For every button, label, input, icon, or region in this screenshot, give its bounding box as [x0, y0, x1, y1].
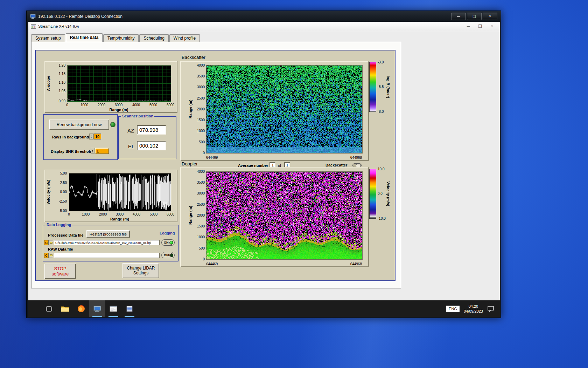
dp-cb-tick: -10.0 [378, 217, 386, 220]
rdp-taskbar-button[interactable] [89, 300, 105, 317]
document-app-icon [126, 305, 133, 312]
dp-ytick: 500 [194, 246, 205, 250]
vel-ytick: 0.00 [54, 190, 67, 194]
doppler-y-axis-label: Range (m) [188, 171, 193, 259]
rays-value-field[interactable]: 10 [93, 134, 101, 139]
change-lidar-settings-button[interactable]: Change LiDAR Settings [122, 263, 159, 278]
ascope-xtick: 2000 [96, 103, 107, 107]
tab-real-time-data[interactable]: Real time data [66, 33, 103, 42]
ascope-xtick: 4000 [130, 103, 142, 107]
stop-software-button[interactable]: STOP software [44, 264, 76, 279]
language-indicator[interactable]: ENG [446, 306, 460, 312]
vel-xtick: 4000 [131, 212, 142, 216]
clock-date: 04/09/2023 [464, 309, 483, 314]
tab-system-setup[interactable]: System setup [31, 34, 65, 42]
firefox-button[interactable] [73, 300, 89, 317]
app-vi-icon [31, 24, 36, 29]
scan-scheduler-button[interactable] [105, 300, 121, 317]
processed-data-file-label: Processed Data file [48, 233, 84, 237]
raw-drive-box[interactable]: C [44, 253, 49, 258]
bs-ytick: 4000 [194, 63, 205, 67]
velocity-x-axis-label: Range (m) [69, 217, 170, 221]
processed-drive-box[interactable]: C [44, 240, 49, 245]
raw-logging-toggle[interactable]: OFF [161, 252, 175, 258]
dp-ytick: 0 [194, 257, 205, 261]
ascope-ytick: 1.05 [54, 89, 65, 93]
taskbar: ENG 04:20 04/09/2023 [28, 300, 500, 317]
bs-ytick: 2000 [194, 107, 205, 111]
vel-ytick: -2.50 [54, 199, 67, 203]
backscatter-heatmap [206, 65, 363, 154]
background-group: Renew background now Rays in background … [43, 114, 118, 160]
stop-line2: software [51, 271, 69, 277]
snr-value-field[interactable]: 1 [95, 148, 109, 154]
velocity-frame: Velocity (m/s) 5.00 2.50 0.00 -2.50 -5.0… [44, 170, 177, 222]
snr-spinner[interactable]: ▲▼ [91, 148, 94, 154]
el-value-field[interactable]: 000.102 [137, 141, 166, 150]
logging-label: Logging [160, 231, 175, 235]
ascope-xtick: 0 [61, 103, 73, 107]
dp-ytick: 1500 [194, 224, 205, 228]
backscatter-colorbar [369, 62, 376, 112]
ascope-ytick: 0.99 [54, 99, 65, 103]
app-close-button[interactable]: × [487, 23, 497, 30]
restart-processed-file-button[interactable]: Restart processed file [86, 230, 130, 238]
processed-path-field[interactable]: C:\Lidar\Data\Proc\2023\202309\20230904\… [54, 240, 160, 245]
taskbar-clock[interactable]: 04:20 04/09/2023 [464, 304, 483, 314]
firefox-icon [77, 305, 85, 313]
tab-temp-humidity[interactable]: Temp/humidity [103, 34, 139, 42]
az-value-field[interactable]: 078.998 [137, 125, 166, 135]
app-titlebar[interactable]: StreamLine XR v14-6.vi ─ ❒ × [28, 22, 500, 31]
bs-cb-tick: -5.5 [378, 85, 384, 89]
vel-xtick: 0 [63, 212, 75, 216]
bs-ytick: 1500 [194, 118, 205, 122]
vel-xtick: 1000 [80, 212, 92, 216]
backscatter-frame: Range (m) 4000 3500 3000 2500 2000 1500 … [180, 61, 369, 161]
vel-xtick: 5000 [148, 212, 160, 216]
bs-ytick: 3000 [194, 85, 205, 89]
rdp-minimize-button[interactable]: ─ [451, 13, 466, 20]
tab-wind-profile[interactable]: Wind profile [169, 34, 200, 42]
doppler-heatmap [206, 171, 363, 260]
remote-screen: StreamLine XR v14-6.vi ─ ❒ × System setu… [28, 22, 500, 317]
task-view-button[interactable] [41, 300, 57, 317]
app-restore-button[interactable]: ❒ [475, 23, 485, 30]
rays-spinner[interactable]: ▲▼ [89, 134, 93, 139]
bs-cb-tick: -8.0 [378, 110, 384, 114]
notification-center-icon[interactable] [487, 306, 494, 312]
rdp-window[interactable]: 192.168.0.122 - Remote Desktop Connectio… [26, 11, 501, 318]
renew-background-button[interactable]: Renew background now [49, 120, 109, 130]
rdp-titlebar[interactable]: 192.168.0.122 - Remote Desktop Connectio… [27, 11, 501, 22]
processed-logging-toggle[interactable]: ON [161, 239, 175, 246]
vel-ytick: 2.50 [54, 181, 67, 185]
doppler-title: Doppler [182, 161, 198, 166]
ascope-xtick: 3000 [113, 103, 125, 107]
dp-ytick: 2500 [194, 203, 205, 206]
rdp-app-icon [93, 305, 102, 312]
rdp-close-button[interactable]: × [483, 13, 497, 20]
ascope-y-axis-label: A-scope [46, 65, 51, 101]
tab-strip: System setup Real time data Temp/humidit… [31, 34, 201, 42]
file-explorer-button[interactable] [57, 300, 73, 317]
vel-ytick: 5.00 [54, 171, 67, 175]
rdp-maximize-button[interactable]: □ [467, 13, 482, 20]
bs-ytick: 1000 [194, 129, 205, 133]
dp-xtick-left: 644469 [206, 262, 218, 266]
document-app-button[interactable] [121, 300, 138, 317]
vel-xtick: 6000 [164, 212, 176, 216]
raw-browse-icon[interactable] [49, 253, 53, 258]
dp-ytick: 1000 [194, 235, 205, 239]
data-logging-group: Data Logging Processed Data file Restart… [43, 225, 178, 261]
raw-path-field[interactable] [54, 253, 160, 258]
app-minimize-button[interactable]: ─ [463, 23, 474, 30]
main-panel: A-scope 1.20 1.15 1.10 1.05 0.99 0 1000 … [35, 50, 396, 281]
ascope-xtick: 5000 [147, 103, 159, 107]
el-label: EL [128, 143, 134, 149]
processed-browse-icon[interactable] [49, 240, 53, 245]
scanner-position-group: Scanner position AZ 078.998 EL 000.102 [118, 116, 176, 159]
streamline-window[interactable]: StreamLine XR v14-6.vi ─ ❒ × System setu… [28, 22, 500, 300]
change-line2: Settings [133, 271, 148, 275]
rdp-computer-icon [30, 14, 36, 19]
tab-scheduling[interactable]: Scheduling [139, 34, 168, 42]
dp-ytick: 3000 [194, 191, 205, 195]
